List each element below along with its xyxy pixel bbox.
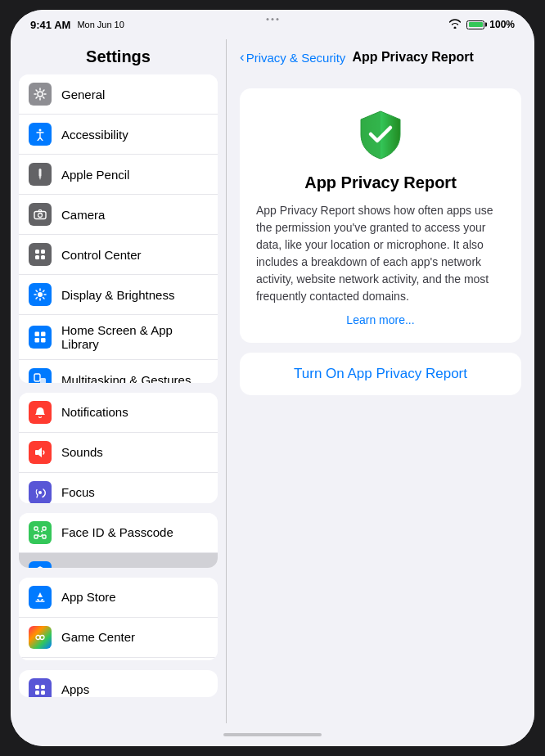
sidebar-item-sounds[interactable]: Sounds — [19, 433, 218, 473]
svg-point-1 — [39, 129, 42, 132]
sidebar-item-accessibility[interactable]: Accessibility — [19, 115, 218, 155]
main-content: Settings General Accessibility — [11, 39, 534, 723]
apple-pencil-icon — [29, 163, 52, 186]
sounds-icon — [29, 441, 52, 464]
svg-point-28 — [41, 530, 43, 532]
home-bar — [223, 733, 322, 736]
svg-rect-25 — [34, 535, 38, 538]
face-id-icon — [29, 521, 52, 544]
detail-page-title: App Privacy Report — [352, 50, 473, 65]
status-time: 9:41 AM — [30, 19, 70, 31]
home-screen-icon — [29, 326, 52, 349]
back-label: Privacy & Security — [246, 51, 346, 65]
privacy-security-label: Privacy & Security — [61, 565, 161, 568]
accessibility-icon — [29, 123, 52, 146]
svg-rect-34 — [35, 685, 39, 689]
sidebar-group-2: Notifications Sounds Focus — [19, 393, 218, 503]
app-store-icon — [29, 586, 52, 609]
home-screen-label: Home Screen & App Library — [61, 323, 208, 351]
sidebar-item-notifications[interactable]: Notifications — [19, 393, 218, 433]
apps-label: Apps — [61, 682, 89, 696]
control-center-label: Control Center — [61, 248, 142, 262]
sidebar-item-home-screen[interactable]: Home Screen & App Library — [19, 315, 218, 360]
turn-on-button[interactable]: Turn On App Privacy Report — [253, 366, 508, 382]
sidebar-group-5: Apps — [19, 670, 218, 697]
sidebar-item-camera[interactable]: Camera — [19, 195, 218, 235]
svg-rect-35 — [41, 685, 45, 689]
game-center-label: Game Center — [61, 630, 135, 644]
svg-rect-12 — [41, 332, 46, 337]
status-date: Mon Jun 10 — [77, 20, 124, 29]
privacy-security-icon — [29, 561, 52, 568]
svg-rect-24 — [43, 527, 46, 530]
svg-rect-23 — [34, 527, 38, 530]
sidebar-item-apps[interactable]: Apps — [19, 670, 218, 697]
sidebar-item-face-id[interactable]: Face ID & Passcode — [19, 513, 218, 553]
sidebar-group-3: Face ID & Passcode Privacy & Security — [19, 513, 218, 568]
wifi-icon — [448, 19, 462, 31]
multitasking-label: Multitasking & Gestures — [61, 373, 191, 383]
sidebar-item-multitasking[interactable]: Multitasking & Gestures — [19, 360, 218, 383]
svg-point-0 — [38, 92, 43, 97]
status-bar: 9:41 AM Mon Jun 10 100% — [11, 10, 534, 39]
detail-header: ‹ Privacy & Security App Privacy Report — [227, 39, 534, 75]
svg-point-30 — [40, 635, 44, 639]
sidebar-item-app-store[interactable]: App Store — [19, 578, 218, 618]
svg-point-21 — [38, 491, 42, 494]
sidebar-group-4: App Store Game Center Wallet & Apple Pay — [19, 578, 218, 660]
sidebar-item-apple-pencil[interactable]: Apple Pencil — [19, 155, 218, 195]
back-chevron-icon: ‹ — [240, 49, 245, 65]
svg-rect-37 — [41, 691, 45, 695]
battery-icon — [466, 20, 484, 29]
svg-rect-36 — [35, 691, 39, 695]
apple-pencil-label: Apple Pencil — [61, 168, 129, 182]
focus-icon — [29, 481, 52, 503]
accessibility-label: Accessibility — [61, 128, 128, 142]
face-id-label: Face ID & Passcode — [61, 525, 173, 539]
sidebar: Settings General Accessibility — [11, 39, 227, 723]
privacy-report-card: App Privacy Report App Privacy Report sh… — [240, 88, 521, 343]
general-label: General — [61, 88, 105, 101]
camera-icon — [29, 203, 52, 226]
back-button[interactable]: ‹ Privacy & Security — [240, 49, 345, 65]
svg-rect-16 — [40, 378, 46, 383]
apps-icon — [29, 678, 52, 697]
sidebar-item-wallet[interactable]: Wallet & Apple Pay — [19, 658, 218, 660]
notifications-icon — [29, 401, 52, 424]
svg-point-5 — [38, 214, 43, 218]
svg-rect-9 — [41, 255, 45, 259]
sidebar-title: Settings — [11, 39, 226, 74]
learn-more-link[interactable]: Learn more... — [256, 313, 505, 326]
control-center-icon — [29, 243, 52, 266]
sidebar-item-game-center[interactable]: Game Center — [19, 618, 218, 658]
detail-body: App Privacy Report App Privacy Report sh… — [227, 75, 534, 723]
top-dots — [267, 18, 279, 20]
display-brightness-label: Display & Brightness — [61, 288, 174, 302]
svg-rect-26 — [43, 535, 46, 538]
camera-label: Camera — [61, 208, 105, 222]
svg-rect-14 — [41, 338, 46, 343]
sidebar-group-1: General Accessibility Apple Pencil — [19, 74, 218, 383]
svg-rect-8 — [35, 255, 39, 259]
sidebar-item-privacy-security[interactable]: Privacy & Security — [19, 553, 218, 568]
svg-marker-3 — [39, 177, 42, 180]
svg-rect-15 — [34, 374, 40, 381]
focus-label: Focus — [61, 485, 95, 499]
svg-rect-11 — [35, 332, 40, 337]
privacy-card-description: App Privacy Report shows how often apps … — [256, 202, 505, 305]
sidebar-item-general[interactable]: General — [19, 74, 218, 115]
sidebar-item-display-brightness[interactable]: Display & Brightness — [19, 275, 218, 315]
svg-point-29 — [36, 635, 40, 639]
svg-point-10 — [38, 292, 43, 297]
general-icon — [29, 83, 52, 106]
turn-on-container: Turn On App Privacy Report — [240, 353, 521, 395]
notifications-label: Notifications — [61, 405, 128, 419]
svg-rect-6 — [35, 250, 39, 254]
sidebar-item-control-center[interactable]: Control Center — [19, 235, 218, 275]
sidebar-item-focus[interactable]: Focus — [19, 473, 218, 503]
app-store-label: App Store — [61, 590, 116, 604]
svg-rect-13 — [35, 338, 40, 343]
detail-pane: ‹ Privacy & Security App Privacy Report — [227, 39, 534, 723]
svg-point-27 — [38, 530, 39, 532]
shield-icon — [354, 108, 407, 160]
